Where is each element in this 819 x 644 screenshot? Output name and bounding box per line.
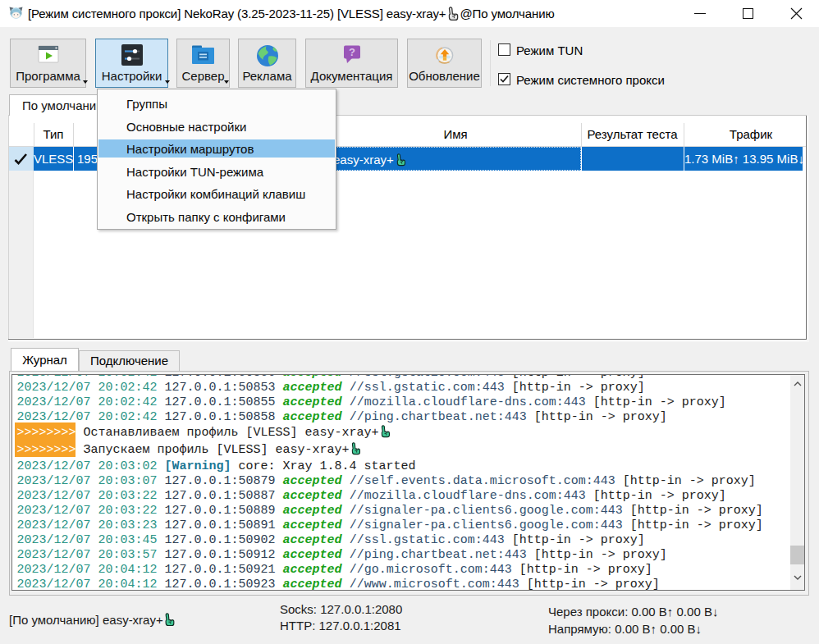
svg-text:?: ? — [349, 46, 355, 58]
